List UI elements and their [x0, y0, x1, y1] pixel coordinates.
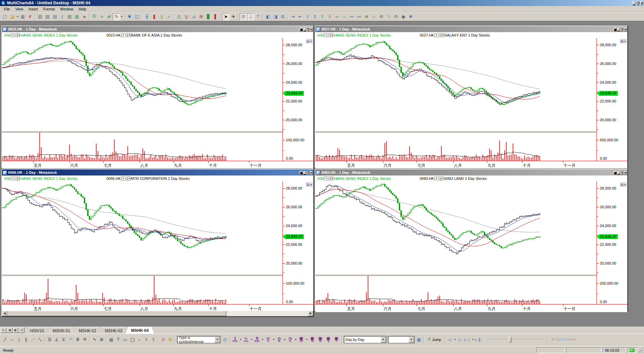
chart-window-titlebar[interactable]: 0083.HK - 1 Day - Metastock▦▁❐✕	[315, 169, 627, 175]
curve-tool-icon[interactable]: ⌣	[136, 336, 143, 343]
tab-next-button[interactable]: ▶	[13, 328, 18, 333]
quote-board-icon[interactable]: ▤	[108, 336, 115, 343]
price-pane-canvas[interactable]	[2, 38, 283, 131]
global-mode-button[interactable]: ⧉Global Mode	[549, 336, 579, 344]
crosshair-icon[interactable]: ✛	[230, 13, 237, 20]
minute-resolution-button-dropdown[interactable]: ▾	[283, 336, 286, 343]
magnet-icon[interactable]: U	[160, 336, 167, 343]
volume-pane-canvas[interactable]	[315, 133, 596, 161]
month-resolution-button[interactable]: ▦M	[316, 336, 324, 343]
toolbar-overflow-chevron[interactable]: »	[81, 13, 88, 20]
volume-pane-canvas[interactable]	[2, 276, 283, 304]
insert-function-icon[interactable]: ƒ	[59, 13, 66, 20]
workspace-tab-MSHK-03[interactable]: MSHK-03	[99, 327, 128, 334]
study-line-icon[interactable]: ⋀	[175, 13, 183, 20]
fib-retracement-icon[interactable]: ☰	[46, 336, 53, 343]
series-data-icon[interactable]: ▤➜	[306, 39, 312, 43]
playback-end-button[interactable]: ▷❙	[475, 336, 482, 343]
price-axis[interactable]: 28,000.0026,000.0024,000.0022,000.0020,0…	[283, 182, 313, 304]
expand-vertical-icon[interactable]: ⇕	[311, 13, 319, 20]
chart-area[interactable]: 28,000.0026,000.0024,000.0022,000.0020,0…	[315, 38, 627, 169]
menu-file[interactable]: File	[1, 7, 13, 11]
tab-first-button[interactable]: ⇤	[1, 328, 6, 333]
chart-window-restore-button[interactable]: ❐	[620, 28, 623, 31]
stock-symbol-dropdown[interactable]: ▾	[434, 176, 439, 181]
freehand-draw-icon[interactable]: ✎	[91, 336, 98, 343]
playback-back-dropdown[interactable]: ▾	[453, 336, 457, 343]
trendline-icon[interactable]: ╱	[1, 336, 8, 343]
playback-step-dropdown[interactable]: ▾	[471, 336, 475, 343]
menu-window[interactable]: Window	[58, 7, 76, 11]
arrow-up-tool-icon[interactable]: ⇧	[150, 336, 157, 343]
open-workspace-icon[interactable]: ◪	[9, 13, 16, 20]
chart-window-close-button[interactable]: ✕	[624, 28, 627, 31]
index-interval-dropdown[interactable]: ❙▾	[329, 33, 333, 37]
scroll-left-button[interactable]: ◀	[2, 311, 7, 316]
index-symbol-label[interactable]: .HSI	[317, 176, 324, 181]
scroll-left-icon[interactable]: ⇦	[333, 13, 341, 20]
chart-window-titlebar[interactable]: 0027.HK - 1 Day - Metastock▦▁❐✕	[315, 26, 627, 32]
scrollbar-thumb[interactable]	[7, 311, 226, 316]
insert-script-icon[interactable]: ▧	[73, 13, 81, 20]
format-study-icon[interactable]: ✱	[126, 13, 133, 20]
index-symbol-label[interactable]: .HSI	[3, 176, 10, 181]
chart-window-menu-button[interactable]: ▦	[614, 171, 617, 175]
price-axis[interactable]: 28,000.0026,000.0024,000.0022,000.0020,0…	[283, 38, 313, 161]
minimize-button[interactable]: ▁	[632, 1, 635, 5]
range-resolution-button-dropdown[interactable]: ▾	[261, 336, 264, 343]
workspace-tab-MSHK-01[interactable]: MSHK-01	[47, 327, 75, 334]
compress-vertical-icon[interactable]: ⇳	[304, 13, 311, 20]
horizontal-line-icon[interactable]: ─	[8, 336, 15, 343]
tick-resolution-button-dropdown[interactable]: ▾	[239, 336, 242, 343]
stock-symbol-dropdown[interactable]: ▾	[121, 176, 126, 181]
volume-resolution-button[interactable]: ∿VOL	[242, 336, 250, 343]
study-grid-icon[interactable]: ⊞	[197, 13, 205, 20]
study-histogram-icon[interactable]: ▊	[205, 13, 212, 20]
workspace-tab-HSIV15[interactable]: HSIV15	[25, 327, 49, 334]
secondary-dropdown[interactable]: ▾	[388, 336, 414, 343]
chart-window-menu-button[interactable]: ▦	[300, 28, 303, 31]
menu-insert[interactable]: Insert	[26, 7, 41, 11]
drawing-lock-icon[interactable]: ✪	[167, 336, 174, 343]
second-resolution-button[interactable]: ◷S	[264, 336, 272, 343]
insert-window-icon[interactable]: ▤	[36, 13, 44, 20]
pitchfork-icon[interactable]: Ψ	[81, 336, 88, 343]
zoom-in-icon[interactable]: ⊕	[363, 13, 370, 20]
study-zigzag-icon[interactable]: ⋁	[183, 13, 190, 20]
secondary-dropdown-arrow[interactable]: ▾	[409, 337, 414, 343]
chart-window-minimize-button[interactable]: ▁	[303, 171, 306, 175]
stock-interval-dropdown[interactable]: ❙▾	[439, 33, 444, 37]
chart-analysis-icon[interactable]: ◨	[272, 13, 279, 20]
insert-curve-icon[interactable]: ∿	[98, 13, 105, 20]
replace-symbol-icon[interactable]: ⇄	[105, 13, 113, 20]
new-chart-icon[interactable]: ▢	[1, 13, 9, 20]
grow-bars-icon[interactable]: ⇧	[319, 13, 326, 20]
visual-order-icon[interactable]: ◉	[400, 13, 407, 20]
insert-symbol-icon[interactable]: ⇱	[91, 13, 98, 20]
mode-dropdown[interactable]: Day by Day▾	[344, 336, 386, 343]
scrollbar-track[interactable]	[226, 311, 308, 316]
volume-pane-canvas[interactable]	[2, 133, 283, 161]
parallel-lines-icon[interactable]: ∥	[22, 336, 29, 343]
chart-window-restore-button[interactable]: ❐	[306, 171, 309, 175]
chart-window-menu-button[interactable]: ▦	[300, 171, 303, 175]
maximize-button[interactable]: ❐	[636, 1, 639, 5]
chart-window-minimize-button[interactable]: ▁	[617, 171, 620, 175]
chart-window-titlebar[interactable]: 0023.HK - 1 Day - Metastock▦▁❐✕	[2, 26, 313, 32]
jump-button[interactable]: ↱Jump	[425, 336, 444, 344]
zoom-out-icon[interactable]: ⊖	[370, 13, 378, 20]
stock-symbol-label[interactable]: 0023.HK	[106, 33, 121, 37]
chart-window-titlebar[interactable]: 0066.HK - 1 Day - Metastock▦▁❐✕	[2, 169, 313, 175]
workspace-tab-MSHK-04[interactable]: MSHK-04	[126, 327, 154, 334]
undo-all-icon[interactable]: ⟲	[385, 13, 392, 20]
day-resolution-button[interactable]: ▦1D	[297, 336, 305, 343]
page-left-icon[interactable]: ↤	[348, 13, 355, 20]
menu-help[interactable]: Help	[76, 7, 89, 11]
tick-resolution-button[interactable]: ❙TICK	[231, 336, 239, 343]
redo-icon[interactable]: ⟳	[392, 13, 400, 20]
scroll-right-icon[interactable]: ⇨	[341, 13, 348, 20]
index-symbol-dropdown[interactable]: ▾	[324, 33, 328, 37]
horizontal-scrollbar[interactable]: ◀▶	[2, 311, 313, 316]
study-bars-icon[interactable]: ▌	[212, 13, 220, 20]
apply-settings-icon[interactable]: ▩	[415, 336, 422, 343]
